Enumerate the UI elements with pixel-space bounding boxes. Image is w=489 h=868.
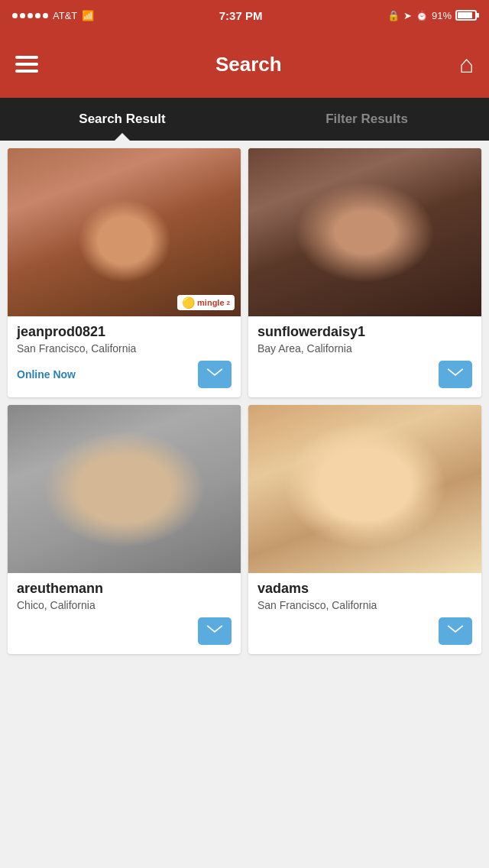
profile-footer-1: Online Now (17, 361, 232, 388)
status-right: 🔒 ➤ ⏰ 91% (387, 10, 477, 21)
profile-photo-2 (248, 148, 481, 316)
lock-icon: 🔒 (387, 10, 400, 21)
profile-photo-1: 🟡 mingle 2 (8, 148, 241, 316)
online-status-1: Online Now (17, 368, 76, 381)
hamburger-line-2 (15, 63, 38, 66)
message-button-3[interactable] (198, 617, 232, 645)
tab-search-result[interactable]: Search Result (0, 98, 244, 141)
wifi-icon: 📶 (82, 10, 94, 21)
profile-card-1[interactable]: 🟡 mingle 2 jeanprod0821 San Francisco, C… (8, 148, 241, 397)
profile-username-4: vadams (257, 581, 472, 597)
profile-photo-3 (8, 405, 241, 573)
profile-footer-3 (17, 617, 232, 645)
mingle-badge: 🟡 mingle 2 (177, 295, 235, 310)
signal-icon (12, 13, 48, 18)
profile-info-2: sunflowerdaisy1 Bay Area, California (248, 316, 481, 397)
profile-card-2[interactable]: sunflowerdaisy1 Bay Area, California (248, 148, 481, 397)
profile-card-3[interactable]: areuthemann Chico, California (8, 405, 241, 654)
message-button-4[interactable] (439, 617, 472, 645)
status-time: 7:37 PM (219, 9, 263, 22)
hamburger-menu-button[interactable] (15, 56, 38, 73)
tab-bar: Search Result Filter Results (0, 98, 489, 141)
alarm-icon: ⏰ (416, 10, 428, 21)
location-icon: ➤ (403, 10, 412, 21)
status-bar: AT&T 📶 7:37 PM 🔒 ➤ ⏰ 91% (0, 0, 489, 31)
hamburger-line-1 (15, 56, 38, 59)
profile-footer-4 (257, 617, 472, 645)
message-button-1[interactable] (198, 361, 232, 388)
profile-location-4: San Francisco, California (257, 599, 472, 611)
message-icon-4 (447, 625, 464, 637)
status-left: AT&T 📶 (12, 10, 94, 21)
message-icon-1 (206, 368, 223, 381)
home-button[interactable]: ⌂ (459, 50, 474, 79)
tab-filter-results[interactable]: Filter Results (244, 98, 489, 141)
profile-card-4[interactable]: vadams San Francisco, California (248, 405, 481, 654)
message-button-2[interactable] (439, 361, 472, 388)
profile-location-2: Bay Area, California (257, 342, 472, 355)
profile-photo-4 (248, 405, 481, 573)
profile-location-1: San Francisco, California (17, 342, 232, 355)
profile-info-3: areuthemann Chico, California (8, 573, 241, 654)
tab-filter-results-label: Filter Results (325, 112, 408, 127)
message-icon-3 (206, 625, 223, 637)
profile-footer-2 (257, 361, 472, 388)
profile-username-2: sunflowerdaisy1 (257, 324, 472, 340)
battery-icon (455, 10, 477, 21)
profile-info-4: vadams San Francisco, California (248, 573, 481, 654)
app-title: Search (215, 53, 282, 76)
hamburger-line-3 (15, 70, 38, 73)
tab-search-result-label: Search Result (79, 112, 165, 127)
carrier-label: AT&T (53, 10, 77, 21)
message-icon-2 (447, 368, 464, 381)
profile-grid: 🟡 mingle 2 jeanprod0821 San Francisco, C… (0, 141, 489, 662)
profile-username-3: areuthemann (17, 581, 232, 597)
app-header: Search ⌂ (0, 31, 489, 98)
battery-percent: 91% (432, 10, 452, 21)
profile-info-1: jeanprod0821 San Francisco, California O… (8, 316, 241, 397)
profile-location-3: Chico, California (17, 599, 232, 611)
profile-username-1: jeanprod0821 (17, 324, 232, 340)
